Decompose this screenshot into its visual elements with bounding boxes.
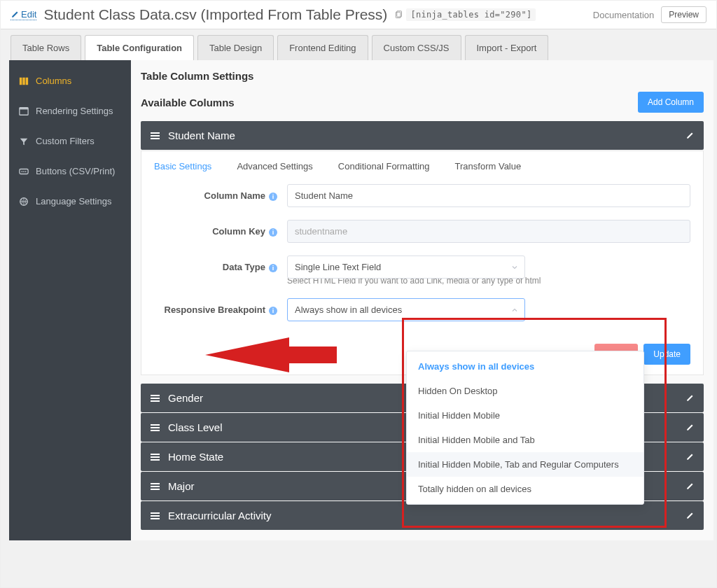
tab-table-configuration[interactable]: Table Configuration [85, 35, 194, 60]
columns-icon [19, 76, 29, 86]
column-name-input[interactable] [287, 184, 690, 207]
tab-frontend-editing[interactable]: Frontend Editing [277, 35, 368, 60]
breakpoint-option[interactable]: Hidden On Desktop [407, 379, 643, 403]
shortcode-copy[interactable]: [ninja_tables id="290"] [394, 8, 536, 21]
column-header-label: Student Name [168, 130, 235, 141]
tab-import-export[interactable]: Import - Export [465, 35, 549, 60]
data-type-label: Data Typei [154, 262, 277, 272]
breakpoint-option[interactable]: Always show in all devices [407, 354, 643, 379]
data-type-select[interactable]: Single Line Text Field [287, 255, 525, 279]
column-name-label: Column Namei [154, 190, 277, 201]
subtab-transform-value[interactable]: Transform Value [455, 161, 522, 172]
column-header-label: Extracurricular Activity [168, 510, 272, 522]
breakpoint-option[interactable]: Totally hidden on all devices [407, 477, 643, 501]
sidebar-item-rendering-settings[interactable]: Rendering Settings [9, 96, 131, 126]
edit-link[interactable]: Edit [11, 9, 36, 20]
edit-column-icon[interactable] [685, 453, 694, 461]
column-header-label: Home State [168, 451, 223, 463]
arrow-annotation [205, 334, 338, 376]
language-icon [19, 197, 29, 206]
drag-handle-icon[interactable] [151, 395, 160, 402]
render-icon [19, 106, 29, 116]
svg-point-9 [23, 171, 25, 172]
documentation-link[interactable]: Documentation [593, 10, 654, 20]
column-header-extracurricular-activity[interactable]: Extracurricular Activity [141, 501, 704, 530]
column-header-label: Major [168, 480, 195, 492]
chevron-up-icon [510, 306, 519, 314]
edit-column-icon[interactable] [685, 482, 694, 491]
column-header-label: Gender [168, 392, 203, 404]
edit-link-label: Edit [21, 9, 36, 20]
column-header-student-name[interactable]: Student Name [141, 121, 704, 150]
sidebar-item-language-settings[interactable]: Language Settings [9, 186, 131, 216]
breakpoint-dropdown: Always show in all devicesHidden On Desk… [406, 351, 644, 505]
drag-handle-icon[interactable] [151, 454, 160, 461]
sidebar-item-label: Language Settings [36, 196, 111, 206]
shortcode-text: [ninja_tables id="290"] [406, 8, 536, 21]
svg-point-10 [25, 171, 27, 172]
buttons-icon [19, 167, 29, 176]
tab-table-rows[interactable]: Table Rows [11, 35, 81, 60]
subtab-basic-settings[interactable]: Basic Settings [154, 161, 211, 172]
filter-icon [19, 136, 29, 146]
edit-column-icon[interactable] [685, 394, 694, 402]
tab-table-design[interactable]: Table Design [197, 35, 274, 60]
info-icon[interactable]: i [269, 307, 277, 315]
sidebar-item-columns[interactable]: Columns [9, 66, 131, 96]
sidebar-item-label: Rendering Settings [36, 106, 113, 116]
preview-button[interactable]: Preview [661, 6, 706, 23]
breakpoint-select[interactable]: Always show in all devices [287, 298, 525, 321]
svg-point-8 [22, 171, 23, 172]
svg-rect-6 [20, 107, 28, 109]
edit-column-icon[interactable] [685, 512, 694, 520]
edit-column-icon[interactable] [685, 424, 694, 432]
sidebar: ColumnsRendering SettingsCustom FiltersB… [9, 60, 131, 540]
column-key-label: Column Keyi [154, 226, 277, 237]
edit-column-icon[interactable] [685, 132, 694, 140]
breakpoint-option[interactable]: Initial Hidden Mobile and Tab [407, 428, 643, 452]
breakpoint-option[interactable]: Initial Hidden Mobile [407, 403, 643, 428]
pencil-icon [11, 10, 19, 19]
chevron-down-icon [510, 263, 519, 272]
svg-rect-2 [20, 77, 22, 85]
info-icon[interactable]: i [269, 228, 277, 237]
column-subtabs: Basic SettingsAdvanced SettingsCondition… [154, 161, 690, 172]
update-button[interactable]: Update [643, 344, 690, 365]
drag-handle-icon[interactable] [151, 512, 160, 519]
sidebar-item-custom-filters[interactable]: Custom Filters [9, 126, 131, 156]
drag-handle-icon[interactable] [151, 424, 160, 431]
sidebar-item-label: Columns [36, 76, 71, 86]
main-tabs: Table RowsTable ConfigurationTable Desig… [1, 29, 716, 60]
drag-handle-icon[interactable] [151, 132, 160, 139]
subtab-advanced-settings[interactable]: Advanced Settings [237, 161, 312, 172]
drag-handle-icon[interactable] [151, 483, 160, 490]
breakpoint-label: Responsive Breakpointi [154, 304, 277, 315]
svg-rect-4 [26, 77, 29, 85]
tab-custom-css-js[interactable]: Custom CSS/JS [372, 35, 461, 60]
page-title: Student Class Data.csv (Imported From Ta… [43, 6, 387, 23]
info-icon[interactable]: i [269, 264, 277, 272]
column-header-label: Class Level [168, 421, 223, 433]
data-type-value: Single Line Text Field [295, 262, 381, 272]
sidebar-item-label: Buttons (CSV/Print) [36, 166, 115, 176]
breakpoint-option[interactable]: Initial Hidden Mobile, Tab and Regular C… [407, 452, 643, 477]
copy-icon [394, 10, 403, 19]
sidebar-item-buttons-csv-print-[interactable]: Buttons (CSV/Print) [9, 156, 131, 186]
section-title: Table Column Settings [141, 70, 704, 82]
breakpoint-value: Always show in all devices [295, 304, 402, 315]
add-column-button[interactable]: Add Column [638, 92, 704, 113]
sidebar-item-label: Custom Filters [36, 136, 95, 146]
info-icon[interactable]: i [269, 192, 277, 201]
svg-rect-3 [22, 77, 25, 85]
svg-marker-12 [205, 337, 337, 372]
available-columns-title: Available Columns [141, 97, 235, 108]
subtab-conditional-formatting[interactable]: Conditional Formatting [338, 161, 430, 172]
column-key-input [287, 220, 690, 243]
